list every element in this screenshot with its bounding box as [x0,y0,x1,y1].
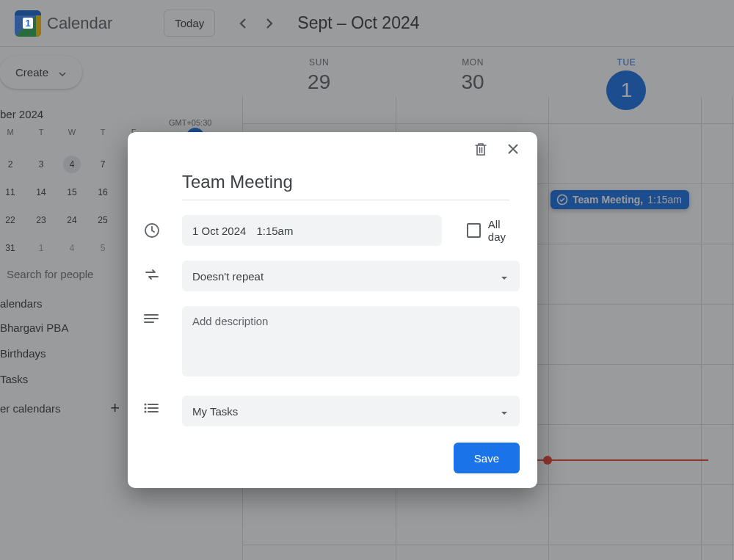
svg-point-2 [145,404,147,406]
task-title-input[interactable] [182,169,509,200]
description-placeholder: Add description [192,315,268,327]
recurrence-value: Doesn't repeat [192,270,264,283]
recurrence-select[interactable]: Doesn't repeat [182,261,520,291]
chevron-down-icon [501,270,508,283]
all-day-toggle[interactable]: All day [467,218,520,243]
task-list-value: My Tasks [192,405,238,418]
task-list-select[interactable]: My Tasks [182,396,520,426]
date-value: 1 Oct 2024 [192,225,246,237]
chevron-down-icon [501,405,508,418]
all-day-label: All day [488,218,520,243]
clock-icon [144,215,182,241]
description-textarea[interactable]: Add description [182,306,520,377]
save-button[interactable]: Save [454,443,520,473]
delete-button[interactable] [474,142,487,159]
description-icon [144,306,182,327]
create-task-dialog: 1 Oct 2024 1:15am All day Doesn't repeat… [128,132,537,488]
close-button[interactable] [506,142,520,159]
repeat-icon [144,261,182,284]
checkbox-icon [467,223,481,238]
svg-point-3 [145,407,147,410]
list-icon [144,396,182,416]
svg-point-4 [145,411,147,413]
time-value: 1:15am [256,225,293,237]
datetime-selector[interactable]: 1 Oct 2024 1:15am [182,215,442,246]
